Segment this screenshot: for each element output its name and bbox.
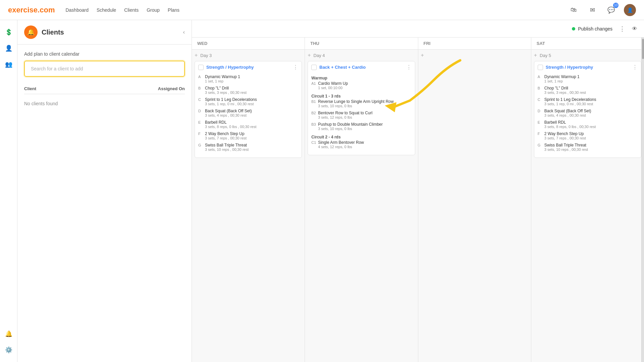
- calendar-more-button[interactable]: ⋮: [616, 24, 628, 34]
- clients-panel-title: Clients: [42, 28, 179, 36]
- workout-wed-title[interactable]: Strength / Hypertrophy: [206, 65, 290, 70]
- day-header-thu: THU: [305, 38, 418, 49]
- notification-badge: 10: [613, 3, 619, 8]
- exercise-item: ADynamic Warmup 1 1 set, 1 rep: [538, 74, 638, 83]
- mail-icon[interactable]: ✉: [586, 4, 598, 16]
- workout-card-thu: Back + Chest + Cardio ⋮ Warmup A1Cardio …: [308, 61, 415, 155]
- shopping-icon[interactable]: 🛍: [568, 4, 580, 16]
- clients-content: Add plan to client calendar Client Assig…: [17, 45, 192, 362]
- chat-icon[interactable]: 💬 10: [605, 4, 617, 16]
- calendar-view-button[interactable]: 👁: [632, 26, 637, 32]
- exercise-item: ADynamic Warmup 1 1 set, 1 rep: [198, 74, 298, 83]
- day-header-sat: SAT: [531, 38, 644, 49]
- clients-panel: 🔔 Clients ‹ Add plan to client calendar …: [17, 20, 192, 362]
- no-clients-message: No clients found: [24, 98, 185, 109]
- calendar-column-thu: + Day 4 Back + Chest + Cardio ⋮ Warmup: [305, 50, 418, 362]
- logo[interactable]: exercise.com: [8, 6, 55, 14]
- workout-card-sat-header: Strength / Hypertrophy ⋮: [534, 61, 641, 73]
- screen: exercise.com Dashboard Schedule Clients …: [0, 0, 644, 362]
- publish-status-dot: [572, 27, 575, 31]
- workout-thu-checkbox[interactable]: [311, 65, 317, 70]
- nav-schedule[interactable]: Schedule: [97, 7, 116, 13]
- workout-card-thu-header: Back + Chest + Cardio ⋮: [308, 61, 415, 73]
- scrollbar-thumb[interactable]: [642, 39, 644, 59]
- avatar[interactable]: 👤: [624, 4, 636, 16]
- assigned-col-header: Assigned On: [158, 86, 185, 91]
- workout-card-sat: Strength / Hypertrophy ⋮ ADynamic Warmup…: [534, 61, 641, 158]
- nav-clients[interactable]: Clients: [124, 7, 139, 13]
- exercise-item: A1Cardio Warm Up 1 set, 00:10:00: [311, 81, 411, 90]
- exercise-item: F2 Way Bench Step Up 3 sets, 7 reps , 00…: [538, 131, 638, 140]
- calendar-column-wed: + Day 3 Strength / Hypertrophy ⋮ ADynami…: [192, 50, 305, 362]
- calendar-column-fri: +: [418, 50, 531, 362]
- exercise-item: GSwiss Ball Triple Threat 3 sets, 10 rep…: [538, 143, 638, 152]
- exercise-list-thu: Warmup A1Cardio Warm Up 1 set, 00:10:00 …: [308, 73, 415, 155]
- dollar-icon[interactable]: 💲: [2, 25, 15, 39]
- exercise-item: C1Single Arm Bentover Row 4 sets, 12 rep…: [311, 140, 411, 149]
- scrollbar[interactable]: [641, 38, 644, 362]
- exercise-item: B3Pushup to Double Mountain Climber 3 se…: [311, 122, 411, 131]
- section-circuit1: Circuit 1 - 3 rds: [311, 93, 411, 99]
- calendar-topbar: Publish changes ⋮ 👁: [192, 20, 644, 38]
- publish-changes-button[interactable]: Publish changes: [572, 26, 612, 32]
- exercise-item: GSwiss Ball Triple Threat 3 sets, 10 rep…: [198, 143, 298, 152]
- main-nav: Dashboard Schedule Clients Group Plans: [65, 7, 179, 13]
- exercise-list-sat: ADynamic Warmup 1 1 set, 1 rep BChop "L"…: [534, 73, 641, 158]
- section-circuit2: Circuit 2 - 4 rds: [311, 133, 411, 140]
- workout-card-wed: Strength / Hypertrophy ⋮ ADynamic Warmup…: [195, 61, 302, 158]
- day-header-fri: FRI: [418, 38, 531, 49]
- person-icon[interactable]: 👤: [2, 42, 15, 55]
- day3-add-button[interactable]: +: [195, 52, 198, 58]
- day-header-wed: WED: [192, 38, 305, 49]
- search-wrapper: [24, 61, 185, 77]
- group-icon[interactable]: 👥: [2, 58, 15, 71]
- fri-add-button[interactable]: +: [421, 52, 424, 58]
- day4-label: Day 4: [314, 53, 325, 58]
- publish-label: Publish changes: [578, 26, 612, 32]
- settings-icon[interactable]: ⚙️: [2, 343, 15, 357]
- calendar-columns: + Day 3 Strength / Hypertrophy ⋮ ADynami…: [192, 50, 644, 362]
- day5-add-row: + Day 5: [534, 52, 641, 58]
- calendar-area: Publish changes ⋮ 👁 WED THU FRI SAT + Da…: [192, 20, 644, 362]
- exercise-item: B2Bentover Row to Squat to Curl 3 sets, …: [311, 111, 411, 119]
- nav-dashboard[interactable]: Dashboard: [65, 7, 89, 13]
- day3-label: Day 3: [200, 53, 212, 58]
- workout-sat-checkbox[interactable]: [538, 65, 543, 70]
- calendar-column-sat: + Day 5 Strength / Hypertrophy ⋮ ADynami…: [531, 50, 644, 362]
- day4-add-row: + Day 4: [308, 52, 415, 58]
- exercise-item: DBack Squat (Back Off Set) 3 sets, 4 rep…: [538, 109, 638, 117]
- section-warmup: Warmup: [311, 74, 411, 81]
- workout-wed-menu[interactable]: ⋮: [293, 64, 298, 70]
- exercise-item: F2 Way Bench Step Up 3 sets, 7 reps , 00…: [198, 131, 298, 140]
- exercise-list-wed: ADynamic Warmup 1 1 set, 1 rep BChop "L"…: [195, 73, 302, 158]
- fri-add-row: +: [421, 52, 528, 58]
- logo-text: exercise.com: [8, 6, 55, 14]
- add-plan-label: Add plan to client calendar: [24, 51, 185, 57]
- main-content: 💲 👤 👥 🔔 ⚙️ 🔔 Clients ‹ Add plan to clien…: [0, 20, 644, 362]
- workout-card-wed-header: Strength / Hypertrophy ⋮: [195, 61, 302, 73]
- nav-plans[interactable]: Plans: [168, 7, 179, 13]
- day5-add-button[interactable]: +: [534, 52, 537, 58]
- exercise-item: B1Reverse Lunge to Single Arm Upright Ro…: [311, 99, 411, 108]
- collapse-button[interactable]: ‹: [183, 29, 185, 35]
- sidebar-icons: 💲 👤 👥 🔔 ⚙️: [0, 20, 17, 362]
- exercise-item: BChop "L" Drill 3 sets, 3 reps , 00;30 r…: [538, 86, 638, 95]
- workout-sat-menu[interactable]: ⋮: [632, 64, 638, 70]
- exercise-item: DBack Squat (Back Off Set) 3 sets, 4 rep…: [198, 109, 298, 117]
- client-search-input[interactable]: [25, 62, 183, 75]
- clients-panel-icon: 🔔: [24, 25, 38, 39]
- nav-group[interactable]: Group: [147, 7, 160, 13]
- workout-thu-title[interactable]: Back + Chest + Cardio: [319, 65, 403, 70]
- client-col-header: Client: [24, 86, 158, 91]
- day4-add-button[interactable]: +: [308, 52, 311, 58]
- bell-icon[interactable]: 🔔: [2, 327, 15, 341]
- day3-add-row: + Day 3: [195, 52, 302, 58]
- exercise-item: EBarbell RDL 3 sets, 8 reps, 0 lbs , 00;…: [538, 120, 638, 129]
- clients-header: 🔔 Clients ‹: [17, 20, 192, 45]
- workout-wed-checkbox[interactable]: [198, 65, 204, 70]
- exercise-item: BChop "L" Drill 3 sets, 3 reps , 00;30 r…: [198, 86, 298, 95]
- exercise-item: CSprint to 1 Leg Decelerations 3 sets, 1…: [198, 97, 298, 106]
- workout-sat-title[interactable]: Strength / Hypertrophy: [546, 65, 630, 70]
- workout-thu-menu[interactable]: ⋮: [406, 64, 412, 70]
- topbar-right: 🛍 ✉ 💬 10 👤: [568, 4, 636, 16]
